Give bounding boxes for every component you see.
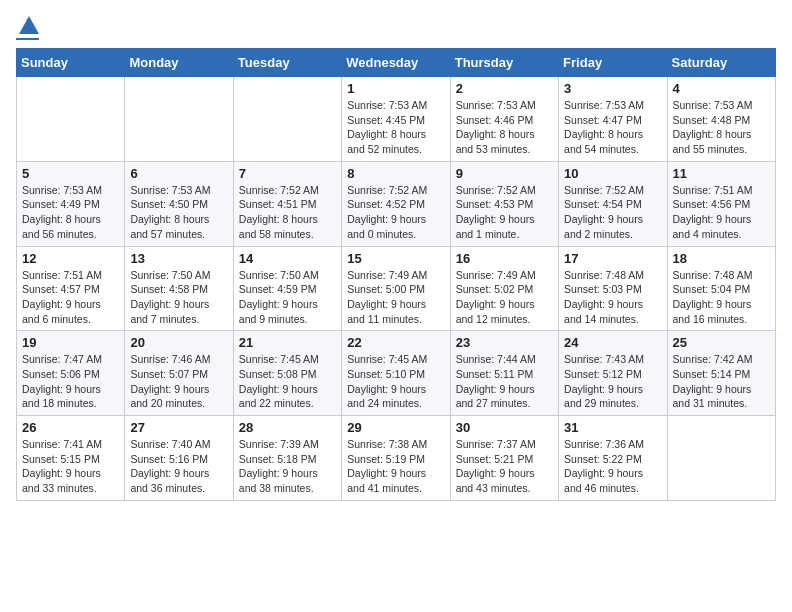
day-info: Sunrise: 7:40 AM Sunset: 5:16 PM Dayligh… xyxy=(130,437,227,496)
calendar-cell: 20Sunrise: 7:46 AM Sunset: 5:07 PM Dayli… xyxy=(125,331,233,416)
day-info: Sunrise: 7:52 AM Sunset: 4:52 PM Dayligh… xyxy=(347,183,444,242)
calendar-week-row: 5Sunrise: 7:53 AM Sunset: 4:49 PM Daylig… xyxy=(17,161,776,246)
logo-underline xyxy=(16,38,39,40)
weekday-header-sunday: Sunday xyxy=(17,49,125,77)
day-number: 16 xyxy=(456,251,553,266)
calendar-cell: 14Sunrise: 7:50 AM Sunset: 4:59 PM Dayli… xyxy=(233,246,341,331)
day-number: 21 xyxy=(239,335,336,350)
day-number: 1 xyxy=(347,81,444,96)
weekday-header-row: SundayMondayTuesdayWednesdayThursdayFrid… xyxy=(17,49,776,77)
day-info: Sunrise: 7:52 AM Sunset: 4:51 PM Dayligh… xyxy=(239,183,336,242)
calendar-cell: 2Sunrise: 7:53 AM Sunset: 4:46 PM Daylig… xyxy=(450,77,558,162)
day-number: 29 xyxy=(347,420,444,435)
day-number: 9 xyxy=(456,166,553,181)
day-info: Sunrise: 7:50 AM Sunset: 4:58 PM Dayligh… xyxy=(130,268,227,327)
calendar-cell: 7Sunrise: 7:52 AM Sunset: 4:51 PM Daylig… xyxy=(233,161,341,246)
day-info: Sunrise: 7:45 AM Sunset: 5:10 PM Dayligh… xyxy=(347,352,444,411)
day-number: 25 xyxy=(673,335,770,350)
calendar-cell: 5Sunrise: 7:53 AM Sunset: 4:49 PM Daylig… xyxy=(17,161,125,246)
day-info: Sunrise: 7:53 AM Sunset: 4:49 PM Dayligh… xyxy=(22,183,119,242)
day-info: Sunrise: 7:49 AM Sunset: 5:00 PM Dayligh… xyxy=(347,268,444,327)
calendar-cell: 26Sunrise: 7:41 AM Sunset: 5:15 PM Dayli… xyxy=(17,416,125,501)
calendar-week-row: 1Sunrise: 7:53 AM Sunset: 4:45 PM Daylig… xyxy=(17,77,776,162)
calendar-cell: 25Sunrise: 7:42 AM Sunset: 5:14 PM Dayli… xyxy=(667,331,775,416)
day-number: 6 xyxy=(130,166,227,181)
day-number: 28 xyxy=(239,420,336,435)
calendar-week-row: 19Sunrise: 7:47 AM Sunset: 5:06 PM Dayli… xyxy=(17,331,776,416)
day-number: 19 xyxy=(22,335,119,350)
calendar-cell: 13Sunrise: 7:50 AM Sunset: 4:58 PM Dayli… xyxy=(125,246,233,331)
day-info: Sunrise: 7:51 AM Sunset: 4:57 PM Dayligh… xyxy=(22,268,119,327)
day-info: Sunrise: 7:46 AM Sunset: 5:07 PM Dayligh… xyxy=(130,352,227,411)
calendar-table: SundayMondayTuesdayWednesdayThursdayFrid… xyxy=(16,48,776,501)
day-number: 23 xyxy=(456,335,553,350)
day-info: Sunrise: 7:50 AM Sunset: 4:59 PM Dayligh… xyxy=(239,268,336,327)
day-info: Sunrise: 7:39 AM Sunset: 5:18 PM Dayligh… xyxy=(239,437,336,496)
day-number: 31 xyxy=(564,420,661,435)
calendar-cell: 16Sunrise: 7:49 AM Sunset: 5:02 PM Dayli… xyxy=(450,246,558,331)
calendar-cell: 29Sunrise: 7:38 AM Sunset: 5:19 PM Dayli… xyxy=(342,416,450,501)
day-info: Sunrise: 7:45 AM Sunset: 5:08 PM Dayligh… xyxy=(239,352,336,411)
calendar-cell: 10Sunrise: 7:52 AM Sunset: 4:54 PM Dayli… xyxy=(559,161,667,246)
day-number: 27 xyxy=(130,420,227,435)
calendar-cell: 8Sunrise: 7:52 AM Sunset: 4:52 PM Daylig… xyxy=(342,161,450,246)
day-info: Sunrise: 7:53 AM Sunset: 4:50 PM Dayligh… xyxy=(130,183,227,242)
calendar-cell: 9Sunrise: 7:52 AM Sunset: 4:53 PM Daylig… xyxy=(450,161,558,246)
day-info: Sunrise: 7:41 AM Sunset: 5:15 PM Dayligh… xyxy=(22,437,119,496)
day-number: 5 xyxy=(22,166,119,181)
day-number: 22 xyxy=(347,335,444,350)
calendar-cell xyxy=(233,77,341,162)
day-number: 8 xyxy=(347,166,444,181)
calendar-cell: 15Sunrise: 7:49 AM Sunset: 5:00 PM Dayli… xyxy=(342,246,450,331)
day-info: Sunrise: 7:51 AM Sunset: 4:56 PM Dayligh… xyxy=(673,183,770,242)
calendar-cell: 18Sunrise: 7:48 AM Sunset: 5:04 PM Dayli… xyxy=(667,246,775,331)
day-number: 24 xyxy=(564,335,661,350)
day-info: Sunrise: 7:49 AM Sunset: 5:02 PM Dayligh… xyxy=(456,268,553,327)
day-number: 2 xyxy=(456,81,553,96)
calendar-cell xyxy=(667,416,775,501)
day-info: Sunrise: 7:38 AM Sunset: 5:19 PM Dayligh… xyxy=(347,437,444,496)
calendar-cell: 30Sunrise: 7:37 AM Sunset: 5:21 PM Dayli… xyxy=(450,416,558,501)
calendar-cell: 24Sunrise: 7:43 AM Sunset: 5:12 PM Dayli… xyxy=(559,331,667,416)
day-info: Sunrise: 7:43 AM Sunset: 5:12 PM Dayligh… xyxy=(564,352,661,411)
day-number: 12 xyxy=(22,251,119,266)
day-number: 20 xyxy=(130,335,227,350)
weekday-header-friday: Friday xyxy=(559,49,667,77)
calendar-cell: 28Sunrise: 7:39 AM Sunset: 5:18 PM Dayli… xyxy=(233,416,341,501)
calendar-cell: 19Sunrise: 7:47 AM Sunset: 5:06 PM Dayli… xyxy=(17,331,125,416)
day-number: 7 xyxy=(239,166,336,181)
day-info: Sunrise: 7:36 AM Sunset: 5:22 PM Dayligh… xyxy=(564,437,661,496)
page-header xyxy=(16,16,776,40)
day-number: 17 xyxy=(564,251,661,266)
calendar-cell: 31Sunrise: 7:36 AM Sunset: 5:22 PM Dayli… xyxy=(559,416,667,501)
calendar-cell: 22Sunrise: 7:45 AM Sunset: 5:10 PM Dayli… xyxy=(342,331,450,416)
day-info: Sunrise: 7:52 AM Sunset: 4:53 PM Dayligh… xyxy=(456,183,553,242)
day-info: Sunrise: 7:53 AM Sunset: 4:46 PM Dayligh… xyxy=(456,98,553,157)
calendar-cell: 4Sunrise: 7:53 AM Sunset: 4:48 PM Daylig… xyxy=(667,77,775,162)
day-info: Sunrise: 7:52 AM Sunset: 4:54 PM Dayligh… xyxy=(564,183,661,242)
day-number: 14 xyxy=(239,251,336,266)
day-info: Sunrise: 7:53 AM Sunset: 4:48 PM Dayligh… xyxy=(673,98,770,157)
day-info: Sunrise: 7:48 AM Sunset: 5:04 PM Dayligh… xyxy=(673,268,770,327)
calendar-cell: 21Sunrise: 7:45 AM Sunset: 5:08 PM Dayli… xyxy=(233,331,341,416)
calendar-cell xyxy=(17,77,125,162)
day-number: 30 xyxy=(456,420,553,435)
calendar-cell: 6Sunrise: 7:53 AM Sunset: 4:50 PM Daylig… xyxy=(125,161,233,246)
day-number: 4 xyxy=(673,81,770,96)
day-number: 11 xyxy=(673,166,770,181)
day-number: 3 xyxy=(564,81,661,96)
calendar-cell xyxy=(125,77,233,162)
logo-triangle-icon xyxy=(19,16,39,34)
day-number: 18 xyxy=(673,251,770,266)
day-info: Sunrise: 7:47 AM Sunset: 5:06 PM Dayligh… xyxy=(22,352,119,411)
day-info: Sunrise: 7:42 AM Sunset: 5:14 PM Dayligh… xyxy=(673,352,770,411)
calendar-cell: 11Sunrise: 7:51 AM Sunset: 4:56 PM Dayli… xyxy=(667,161,775,246)
weekday-header-tuesday: Tuesday xyxy=(233,49,341,77)
calendar-cell: 23Sunrise: 7:44 AM Sunset: 5:11 PM Dayli… xyxy=(450,331,558,416)
calendar-week-row: 26Sunrise: 7:41 AM Sunset: 5:15 PM Dayli… xyxy=(17,416,776,501)
calendar-cell: 3Sunrise: 7:53 AM Sunset: 4:47 PM Daylig… xyxy=(559,77,667,162)
day-info: Sunrise: 7:48 AM Sunset: 5:03 PM Dayligh… xyxy=(564,268,661,327)
day-number: 13 xyxy=(130,251,227,266)
weekday-header-thursday: Thursday xyxy=(450,49,558,77)
day-info: Sunrise: 7:53 AM Sunset: 4:45 PM Dayligh… xyxy=(347,98,444,157)
